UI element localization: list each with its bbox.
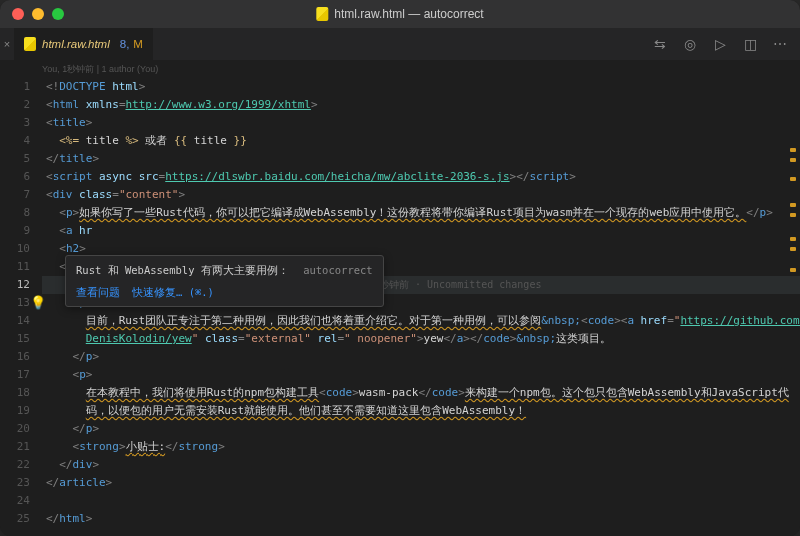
line-number: 19 [0,402,30,420]
line-number: 12 [0,276,30,294]
line-number: 11 [0,258,30,276]
more-actions-icon[interactable]: ⋯ [772,36,788,52]
tab-filename: html.raw.html [42,38,110,50]
line-number: 5 [0,150,30,168]
line-number: 16 [0,348,30,366]
code-line[interactable]: <html xmlns=http://www.w3.org/1999/xhtml… [42,96,800,114]
editor-window: html.raw.html — autocorrect × html.raw.h… [0,0,800,536]
diagnostic-source: autocorrect [303,264,373,276]
file-icon [316,7,328,21]
line-number: 17 [0,366,30,384]
source-control-icon[interactable]: ◎ [682,36,698,52]
quick-fix-action[interactable]: 快速修复… (⌘.) [132,283,214,301]
tab-close-button[interactable]: × [0,28,14,60]
overview-warning-mark [790,158,796,162]
minimize-window-button[interactable] [32,8,44,20]
window-title: html.raw.html — autocorrect [316,7,483,21]
line-number: 10 [0,240,30,258]
line-number: 20 [0,420,30,438]
code-line[interactable]: </p> [42,348,800,366]
line-number: 18 [0,384,30,402]
line-number: 25 [0,510,30,528]
code-line[interactable]: </html> [42,510,800,528]
overview-warning-mark [790,268,796,272]
line-number: 24 [0,492,30,510]
code-content[interactable]: <!DOCTYPE html><html xmlns=http://www.w3… [42,78,800,536]
line-number: 3 [0,114,30,132]
line-number: 14 [0,312,30,330]
line-number: 8 [0,204,30,222]
overview-warning-mark [790,247,796,251]
code-line[interactable]: 在本教程中，我们将使用Rust的npm包构建工具<code>wasm-pack<… [42,384,800,402]
close-window-button[interactable] [12,8,24,20]
compare-changes-icon[interactable]: ⇆ [652,36,668,52]
line-number: 4 [0,132,30,150]
line-number: 9 [0,222,30,240]
titlebar: html.raw.html — autocorrect [0,0,800,28]
diagnostic-hover: Rust 和 WebAssembly 有两大主要用例： autocorrect … [65,255,384,307]
blame-annotation: You, 1秒钟前 | 1 author (You) [0,60,800,78]
line-number: 15 [0,330,30,348]
line-number: 6 [0,168,30,186]
line-number: 22 [0,456,30,474]
maximize-window-button[interactable] [52,8,64,20]
line-number: 2 [0,96,30,114]
editor-area[interactable]: 1234567891011121314151617181920212223242… [0,78,800,536]
line-number: 1 [0,78,30,96]
overview-warning-mark [790,203,796,207]
tabbar-actions: ⇆ ◎ ▷ ◫ ⋯ [652,28,800,60]
diagnostic-actions: 查看问题 快速修复… (⌘.) [76,283,373,301]
code-line[interactable]: <div class="content"> [42,186,800,204]
line-number: 7 [0,186,30,204]
overview-warning-mark [790,148,796,152]
code-line[interactable]: <script async src=https://dlswbr.baidu.c… [42,168,800,186]
overview-ruler [788,78,798,536]
lightbulb-icon[interactable]: 💡 [30,294,46,312]
code-line[interactable]: DenisKolodin/yew" class="external" rel="… [42,330,800,348]
window-title-text: html.raw.html — autocorrect [334,7,483,21]
tab-active[interactable]: html.raw.html 8, M [14,28,154,60]
code-line[interactable]: <a hr [42,222,800,240]
code-line[interactable]: </article> [42,474,800,492]
code-line[interactable]: <p> [42,366,800,384]
code-line[interactable] [42,492,800,510]
code-line[interactable]: <strong>小贴士:</strong> [42,438,800,456]
tab-scm-status: 8, M [120,38,143,50]
code-line[interactable]: </p> [42,420,800,438]
overview-warning-mark [790,213,796,217]
tabbar: × html.raw.html 8, M ⇆ ◎ ▷ ◫ ⋯ [0,28,800,60]
code-line[interactable]: </title> [42,150,800,168]
code-line[interactable]: <%= title %> 或者 {{ title }} [42,132,800,150]
diagnostic-message: Rust 和 WebAssembly 有两大主要用例： autocorrect [76,261,373,279]
line-number: 13 [0,294,30,312]
code-line[interactable]: <title> [42,114,800,132]
code-line[interactable]: <!DOCTYPE html> [42,78,800,96]
code-line[interactable]: <p>如果你写了一些Rust代码，你可以把它编译成WebAssembly！这份教… [42,204,800,222]
line-number: 23 [0,474,30,492]
view-problem-action[interactable]: 查看问题 [76,283,120,301]
overview-warning-mark [790,237,796,241]
code-line[interactable]: 目前，Rust团队正专注于第二种用例，因此我们也将着重介绍它。对于第一种用例，可… [42,312,800,330]
overview-warning-mark [790,177,796,181]
blame-text: You, 1秒钟前 | 1 author (You) [42,63,158,76]
line-number: 21 [0,438,30,456]
code-line[interactable]: 码，以便包的用户无需安装Rust就能使用。他们甚至不需要知道这里包含WebAss… [42,402,800,420]
tab-file-icon [24,37,36,51]
code-line[interactable]: </div> [42,456,800,474]
traffic-lights [0,8,64,20]
run-icon[interactable]: ▷ [712,36,728,52]
scm-modified: M [133,38,143,50]
split-editor-icon[interactable]: ◫ [742,36,758,52]
scm-count: 8, [120,38,130,50]
